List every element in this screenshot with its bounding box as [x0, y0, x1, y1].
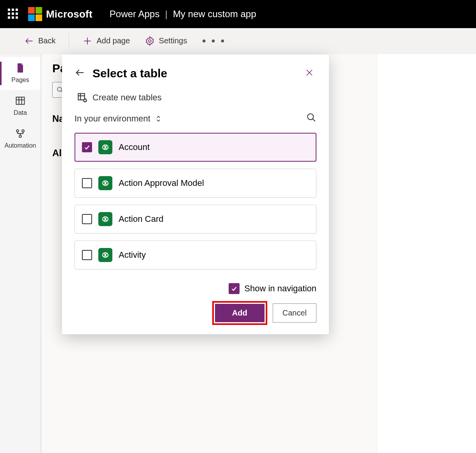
show-in-nav-label: Show in navigation	[244, 284, 316, 294]
checkbox[interactable]	[82, 250, 92, 260]
table-plus-icon	[77, 92, 88, 103]
more-commands-button[interactable]: ● ● ●	[198, 34, 230, 47]
svg-point-9	[22, 130, 24, 132]
cancel-button[interactable]: Cancel	[273, 303, 316, 323]
breadcrumb-separator: |	[165, 9, 167, 20]
dialog-close-button[interactable]	[302, 66, 316, 81]
microsoft-logo-icon	[28, 7, 42, 21]
left-nav-rail: Pages Data Automation	[0, 54, 41, 453]
back-label: Back	[38, 36, 55, 45]
table-list: Account Action Approval Model Action Car…	[75, 133, 316, 279]
settings-button[interactable]: Settings	[141, 34, 191, 48]
svg-point-22	[307, 114, 313, 119]
svg-point-10	[19, 135, 21, 137]
global-header: Microsoft Power Apps | My new custom app	[0, 0, 476, 28]
microsoft-label: Microsoft	[46, 8, 92, 20]
svg-point-3	[149, 39, 151, 42]
dataverse-icon	[98, 212, 112, 226]
show-in-navigation-toggle[interactable]: Show in navigation	[229, 283, 316, 294]
back-button[interactable]: Back	[20, 34, 59, 48]
add-page-label: Add page	[96, 36, 130, 45]
app-breadcrumb: Power Apps | My new custom app	[110, 9, 256, 20]
add-page-button[interactable]: Add page	[78, 34, 134, 48]
gear-icon	[145, 36, 155, 46]
table-name: Account	[119, 142, 150, 152]
arrow-left-icon	[24, 36, 34, 46]
table-option-action-approval-model[interactable]: Action Approval Model	[75, 169, 316, 198]
svg-point-8	[16, 130, 19, 132]
table-name: Activity	[119, 250, 146, 260]
checkbox[interactable]	[82, 214, 92, 224]
check-icon	[83, 144, 91, 151]
svg-line-23	[313, 119, 315, 121]
dialog-header: Select a table	[75, 66, 316, 81]
rail-item-automation[interactable]: Automation	[0, 123, 41, 155]
select-table-dialog: Select a table Create new tables In your…	[62, 55, 329, 334]
tutorial-highlight: Add	[212, 301, 267, 325]
rail-label: Pages	[11, 77, 29, 83]
toolbar-divider	[69, 33, 69, 49]
svg-rect-4	[16, 97, 25, 105]
dialog-footer: Show in navigation Add Cancel	[75, 283, 316, 325]
table-option-activity[interactable]: Activity	[75, 241, 316, 269]
dataverse-icon	[98, 248, 112, 262]
flow-icon	[15, 128, 26, 139]
table-option-account[interactable]: Account	[75, 133, 316, 162]
table-option-action-card[interactable]: Action Card	[75, 205, 316, 234]
svg-rect-16	[78, 94, 85, 100]
table-icon	[15, 95, 26, 106]
checkbox-checked[interactable]	[229, 283, 240, 294]
create-new-label: Create new tables	[92, 93, 162, 103]
command-bar: Back Add page Settings ● ● ●	[0, 28, 476, 54]
add-button[interactable]: Add	[215, 304, 265, 322]
table-name: Action Approval Model	[119, 178, 204, 188]
dialog-buttons: Add Cancel	[212, 301, 316, 325]
dialog-title: Select a table	[92, 67, 167, 80]
dataverse-icon	[98, 176, 112, 190]
table-search-button[interactable]	[306, 112, 316, 125]
table-name: Action Card	[119, 214, 163, 224]
create-new-tables-button[interactable]: Create new tables	[77, 92, 316, 103]
sort-chevron-icon	[154, 114, 163, 123]
rail-item-data[interactable]: Data	[0, 90, 41, 123]
arrow-left-icon	[75, 67, 85, 78]
search-icon	[306, 112, 316, 123]
app-canvas-preview	[377, 54, 476, 453]
product-name[interactable]: Power Apps	[110, 9, 160, 20]
environment-filter[interactable]: In your environment	[75, 112, 316, 125]
close-icon	[305, 68, 314, 77]
dialog-back-button[interactable]	[75, 67, 85, 80]
rail-item-pages[interactable]: Pages	[0, 57, 41, 90]
checkbox[interactable]	[82, 178, 92, 188]
settings-label: Settings	[159, 36, 187, 45]
rail-label: Data	[14, 109, 27, 116]
rail-label: Automation	[5, 142, 36, 149]
filter-label: In your environment	[75, 114, 150, 124]
svg-point-11	[57, 87, 62, 91]
app-launcher-icon[interactable]	[8, 9, 19, 20]
check-icon	[231, 285, 238, 292]
dataverse-icon	[98, 140, 112, 154]
plus-icon	[82, 36, 92, 46]
app-name: My new custom app	[173, 9, 256, 20]
checkbox[interactable]	[82, 142, 92, 152]
microsoft-brand: Microsoft	[28, 7, 92, 21]
page-icon	[15, 62, 26, 73]
